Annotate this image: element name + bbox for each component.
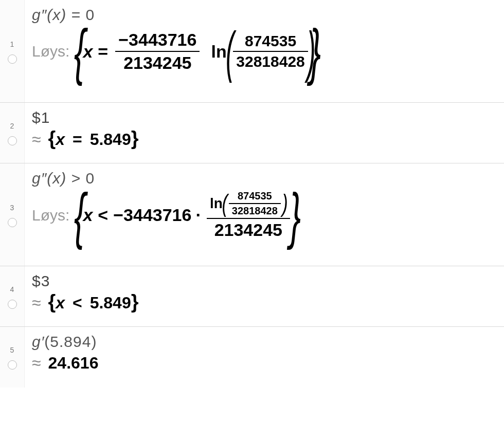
cas-row[interactable]: 5 g′(5.894) ≈ 24.616 [0, 327, 504, 388]
input-expression[interactable]: $3 [32, 272, 497, 290]
input-expression[interactable]: $1 [32, 109, 497, 126]
output-expression: ≈ {x < 5.849} [32, 293, 497, 313]
cas-panel: x= 1 g″(x) = 0 Løys: { x = −3443716 [0, 0, 504, 388]
cas-row[interactable]: 3 g″(x) > 0 Løys: { x < −3443716 · [0, 163, 504, 266]
row-gutter: 4 [0, 266, 25, 326]
row-marker[interactable] [8, 54, 17, 64]
row-content: $1 ≈ {x = 5.849} [25, 103, 504, 163]
row-marker[interactable] [8, 218, 17, 227]
approx-symbol: ≈ [32, 130, 41, 149]
row-marker[interactable] [8, 136, 17, 145]
row-content: $3 ≈ {x < 5.849} [25, 266, 504, 326]
row-gutter: 1 [0, 0, 25, 102]
output-expression: Løys: { x < −3443716 · ln ( [32, 190, 497, 240]
output-expression: Løys: { x = −3443716 2134245 ln [32, 27, 497, 76]
row-content: g″(x) = 0 Løys: { x = −3443716 2134245 [25, 0, 504, 102]
output-expression: ≈ {x = 5.849} [32, 130, 497, 149]
row-gutter: 5 [0, 327, 25, 388]
input-expression[interactable]: g′(5.894) [32, 333, 497, 351]
solve-label: Løys: [32, 43, 69, 60]
approx-symbol: ≈ [32, 293, 41, 313]
cas-row[interactable]: 1 g″(x) = 0 Løys: { x = −3443716 [0, 0, 504, 103]
row-content: g′(5.894) ≈ 24.616 [25, 327, 504, 388]
row-marker[interactable] [8, 360, 17, 370]
solve-label: Løys: [32, 207, 69, 224]
row-content: g″(x) > 0 Løys: { x < −3443716 · ln [25, 163, 504, 266]
input-expression[interactable]: g″(x) > 0 [32, 170, 497, 187]
output-expression: ≈ 24.616 [32, 354, 497, 373]
row-marker[interactable] [8, 300, 17, 309]
cas-row[interactable]: 4 $3 ≈ {x < 5.849} [0, 266, 504, 327]
row-gutter: 3 [0, 163, 25, 266]
cas-row[interactable]: 2 $1 ≈ {x = 5.849} [0, 103, 504, 163]
input-expression[interactable]: g″(x) = 0 [32, 6, 497, 24]
row-gutter: 2 [0, 103, 25, 163]
approx-symbol: ≈ [32, 354, 41, 373]
